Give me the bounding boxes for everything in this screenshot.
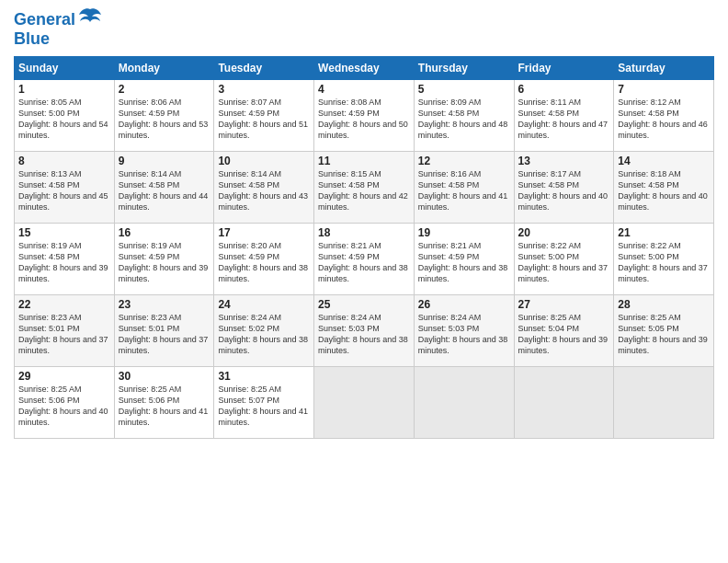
day-number: 2 xyxy=(119,83,210,96)
cell-content: Sunrise: 8:23 AMSunset: 5:01 PMDaylight:… xyxy=(18,312,110,357)
calendar-cell xyxy=(414,367,514,439)
day-number: 30 xyxy=(119,370,210,383)
day-header-wednesday: Wednesday xyxy=(314,57,415,80)
cell-content: Sunrise: 8:24 AMSunset: 5:02 PMDaylight:… xyxy=(218,312,310,357)
cell-content: Sunrise: 8:23 AMSunset: 5:01 PMDaylight:… xyxy=(119,312,210,357)
day-number: 12 xyxy=(418,155,510,167)
cell-content: Sunrise: 8:13 AMSunset: 4:58 PMDaylight:… xyxy=(18,168,110,213)
week-row-1: 1 Sunrise: 8:05 AMSunset: 5:00 PMDayligh… xyxy=(15,80,714,152)
day-header-tuesday: Tuesday xyxy=(214,57,314,80)
calendar-cell: 15 Sunrise: 8:19 AMSunset: 4:58 PMDaylig… xyxy=(15,224,115,295)
cell-content: Sunrise: 8:20 AMSunset: 4:59 PMDaylight:… xyxy=(218,240,310,285)
calendar-cell: 7 Sunrise: 8:12 AMSunset: 4:58 PMDayligh… xyxy=(614,80,714,152)
cell-content: Sunrise: 8:09 AMSunset: 4:58 PMDaylight:… xyxy=(418,97,510,142)
calendar-cell: 31 Sunrise: 8:25 AMSunset: 5:07 PMDaylig… xyxy=(214,367,314,439)
calendar-cell: 21 Sunrise: 8:22 AMSunset: 5:00 PMDaylig… xyxy=(614,224,714,295)
day-header-saturday: Saturday xyxy=(614,57,714,80)
day-number: 29 xyxy=(18,370,110,383)
day-number: 25 xyxy=(318,298,410,311)
day-number: 6 xyxy=(518,83,610,96)
cell-content: Sunrise: 8:07 AMSunset: 4:59 PMDaylight:… xyxy=(218,97,310,142)
calendar-cell: 27 Sunrise: 8:25 AMSunset: 5:04 PMDaylig… xyxy=(514,295,614,367)
calendar-cell: 29 Sunrise: 8:25 AMSunset: 5:06 PMDaylig… xyxy=(15,367,115,439)
calendar-cell: 26 Sunrise: 8:24 AMSunset: 5:03 PMDaylig… xyxy=(414,295,514,367)
day-number: 28 xyxy=(618,298,710,311)
cell-content: Sunrise: 8:18 AMSunset: 4:58 PMDaylight:… xyxy=(618,168,710,213)
cell-content: Sunrise: 8:24 AMSunset: 5:03 PMDaylight:… xyxy=(318,312,410,357)
cell-content: Sunrise: 8:14 AMSunset: 4:58 PMDaylight:… xyxy=(218,168,310,213)
cell-content: Sunrise: 8:25 AMSunset: 5:04 PMDaylight:… xyxy=(518,312,610,357)
calendar-cell: 16 Sunrise: 8:19 AMSunset: 4:59 PMDaylig… xyxy=(114,224,214,295)
day-number: 15 xyxy=(18,226,110,239)
cell-content: Sunrise: 8:16 AMSunset: 4:58 PMDaylight:… xyxy=(418,168,510,213)
cell-content: Sunrise: 8:22 AMSunset: 5:00 PMDaylight:… xyxy=(618,240,710,285)
cell-content: Sunrise: 8:25 AMSunset: 5:07 PMDaylight:… xyxy=(218,384,310,429)
cell-content: Sunrise: 8:17 AMSunset: 4:58 PMDaylight:… xyxy=(518,168,610,213)
calendar-cell: 8 Sunrise: 8:13 AMSunset: 4:58 PMDayligh… xyxy=(15,152,115,224)
day-number: 5 xyxy=(418,83,510,96)
day-number: 16 xyxy=(119,226,210,239)
week-row-3: 15 Sunrise: 8:19 AMSunset: 4:58 PMDaylig… xyxy=(15,224,714,295)
logo-blue: Blue xyxy=(14,29,103,49)
calendar-cell: 10 Sunrise: 8:14 AMSunset: 4:58 PMDaylig… xyxy=(214,152,314,224)
day-number: 1 xyxy=(18,83,110,96)
cell-content: Sunrise: 8:05 AMSunset: 5:00 PMDaylight:… xyxy=(18,97,110,142)
day-number: 22 xyxy=(18,298,110,311)
day-number: 14 xyxy=(618,155,710,167)
calendar-cell xyxy=(514,367,614,439)
calendar-cell: 4 Sunrise: 8:08 AMSunset: 4:59 PMDayligh… xyxy=(314,80,415,152)
calendar-cell: 30 Sunrise: 8:25 AMSunset: 5:06 PMDaylig… xyxy=(114,367,214,439)
calendar-cell: 28 Sunrise: 8:25 AMSunset: 5:05 PMDaylig… xyxy=(614,295,714,367)
day-header-sunday: Sunday xyxy=(15,57,115,80)
cell-content: Sunrise: 8:19 AMSunset: 4:59 PMDaylight:… xyxy=(119,240,210,285)
day-number: 31 xyxy=(218,370,310,383)
calendar-cell: 19 Sunrise: 8:21 AMSunset: 4:59 PMDaylig… xyxy=(414,224,514,295)
cell-content: Sunrise: 8:14 AMSunset: 4:58 PMDaylight:… xyxy=(119,168,210,213)
cell-content: Sunrise: 8:22 AMSunset: 5:00 PMDaylight:… xyxy=(518,240,610,285)
calendar-cell: 13 Sunrise: 8:17 AMSunset: 4:58 PMDaylig… xyxy=(514,152,614,224)
calendar: SundayMondayTuesdayWednesdayThursdayFrid… xyxy=(14,56,714,439)
calendar-cell: 3 Sunrise: 8:07 AMSunset: 4:59 PMDayligh… xyxy=(214,80,314,152)
day-number: 18 xyxy=(318,226,410,239)
cell-content: Sunrise: 8:15 AMSunset: 4:58 PMDaylight:… xyxy=(318,168,410,213)
calendar-cell: 1 Sunrise: 8:05 AMSunset: 5:00 PMDayligh… xyxy=(15,80,115,152)
cell-content: Sunrise: 8:08 AMSunset: 4:59 PMDaylight:… xyxy=(318,97,410,142)
cell-content: Sunrise: 8:19 AMSunset: 4:58 PMDaylight:… xyxy=(18,240,110,285)
cell-content: Sunrise: 8:21 AMSunset: 4:59 PMDaylight:… xyxy=(418,240,510,285)
day-number: 27 xyxy=(518,298,610,311)
day-header-monday: Monday xyxy=(114,57,214,80)
cell-content: Sunrise: 8:21 AMSunset: 4:59 PMDaylight:… xyxy=(318,240,410,285)
day-number: 8 xyxy=(18,155,110,167)
day-number: 4 xyxy=(318,83,410,96)
cell-content: Sunrise: 8:25 AMSunset: 5:05 PMDaylight:… xyxy=(618,312,710,357)
day-number: 21 xyxy=(618,226,710,239)
calendar-cell xyxy=(614,367,714,439)
calendar-cell: 14 Sunrise: 8:18 AMSunset: 4:58 PMDaylig… xyxy=(614,152,714,224)
calendar-cell: 25 Sunrise: 8:24 AMSunset: 5:03 PMDaylig… xyxy=(314,295,415,367)
cell-content: Sunrise: 8:25 AMSunset: 5:06 PMDaylight:… xyxy=(119,384,210,429)
cell-content: Sunrise: 8:12 AMSunset: 4:58 PMDaylight:… xyxy=(618,97,710,142)
day-number: 24 xyxy=(218,298,310,311)
day-number: 13 xyxy=(518,155,610,167)
cell-content: Sunrise: 8:06 AMSunset: 4:59 PMDaylight:… xyxy=(119,97,210,142)
calendar-cell: 11 Sunrise: 8:15 AMSunset: 4:58 PMDaylig… xyxy=(314,152,415,224)
cell-content: Sunrise: 8:11 AMSunset: 4:58 PMDaylight:… xyxy=(518,97,610,142)
calendar-cell: 2 Sunrise: 8:06 AMSunset: 4:59 PMDayligh… xyxy=(114,80,214,152)
calendar-cell: 5 Sunrise: 8:09 AMSunset: 4:58 PMDayligh… xyxy=(414,80,514,152)
day-number: 3 xyxy=(218,83,310,96)
week-row-4: 22 Sunrise: 8:23 AMSunset: 5:01 PMDaylig… xyxy=(15,295,714,367)
calendar-cell: 24 Sunrise: 8:24 AMSunset: 5:02 PMDaylig… xyxy=(214,295,314,367)
calendar-header-row: SundayMondayTuesdayWednesdayThursdayFrid… xyxy=(15,57,714,80)
day-header-thursday: Thursday xyxy=(414,57,514,80)
logo-bird-icon xyxy=(77,6,103,31)
day-number: 9 xyxy=(119,155,210,167)
cell-content: Sunrise: 8:24 AMSunset: 5:03 PMDaylight:… xyxy=(418,312,510,357)
logo-text: General xyxy=(14,11,75,29)
calendar-cell: 12 Sunrise: 8:16 AMSunset: 4:58 PMDaylig… xyxy=(414,152,514,224)
calendar-cell: 18 Sunrise: 8:21 AMSunset: 4:59 PMDaylig… xyxy=(314,224,415,295)
calendar-cell: 17 Sunrise: 8:20 AMSunset: 4:59 PMDaylig… xyxy=(214,224,314,295)
header: General Blue xyxy=(14,9,714,49)
calendar-cell: 20 Sunrise: 8:22 AMSunset: 5:00 PMDaylig… xyxy=(514,224,614,295)
day-number: 20 xyxy=(518,226,610,239)
cell-content: Sunrise: 8:25 AMSunset: 5:06 PMDaylight:… xyxy=(18,384,110,429)
